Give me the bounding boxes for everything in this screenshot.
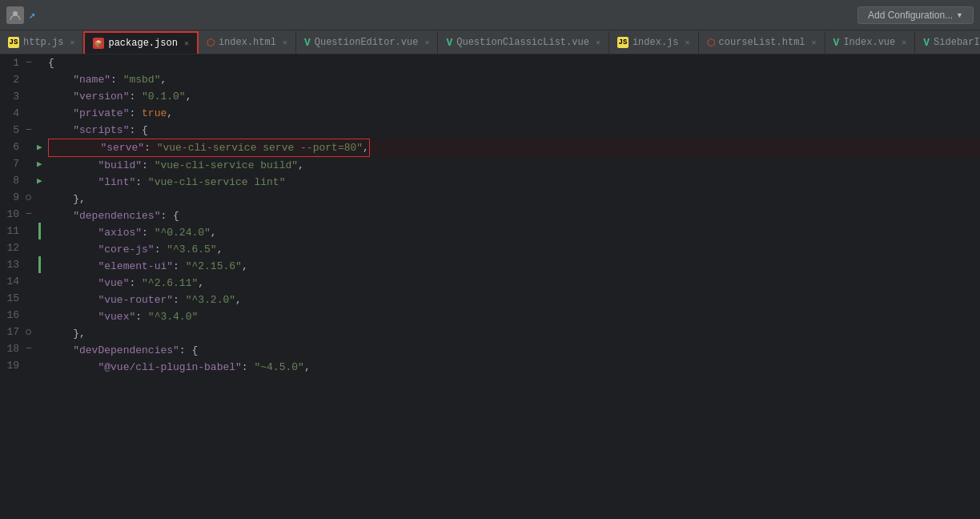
add-config-dropdown-icon: ▼ — [956, 11, 963, 19]
tab-close-index-js[interactable]: ✕ — [685, 38, 690, 47]
tabs-bar: JS http.js ✕ 📦 package.json ✕ ⬡ index.ht… — [0, 30, 980, 54]
profile-icon[interactable] — [6, 6, 24, 24]
tab-close-question-editor[interactable]: ✕ — [424, 38, 429, 47]
code-token: { — [142, 122, 148, 139]
gutter-row: 16 — [0, 307, 45, 324]
line-gutter: 1−2345−6▶7▶8▶910−1112131415161718−19 — [0, 54, 45, 519]
tab-label-index-vue: Index.vue — [843, 37, 895, 48]
js-icon-index: JS — [617, 37, 629, 48]
gutter-row: 4 — [0, 105, 45, 122]
code-token: "^0.24.0" — [155, 224, 211, 241]
code-token: : — [242, 359, 255, 376]
tab-close-question-classic-list[interactable]: ✕ — [596, 38, 600, 47]
code-line: "private": true, — [48, 105, 980, 122]
run-indicator — [34, 71, 45, 88]
code-token: }, — [73, 325, 86, 342]
code-token: "private" — [73, 105, 129, 122]
tab-label-question-editor: QuestionEditor.vue — [315, 37, 419, 48]
code-token: , — [167, 105, 173, 122]
code-token: "msbd" — [123, 71, 161, 88]
code-token: "element-ui" — [98, 258, 173, 275]
code-line: "vue": "^2.6.11", — [48, 275, 980, 292]
gutter-row: 18− — [0, 340, 45, 357]
vcs-arrow-icon[interactable]: ↗ — [29, 8, 35, 22]
code-token: "lint" — [98, 174, 135, 191]
code-token — [48, 258, 98, 275]
tab-label-question-classic-list: QuestionClassicList.vue — [456, 37, 589, 48]
code-token — [48, 342, 73, 359]
code-token: , — [217, 241, 223, 258]
code-token — [48, 275, 98, 292]
fold-indicator: − — [23, 54, 34, 71]
code-token: : — [173, 292, 186, 308]
code-token — [48, 191, 73, 207]
code-area[interactable]: { "name": "msbd", "version": "0.1.0", "p… — [45, 54, 980, 519]
line-number: 18 — [0, 340, 23, 357]
run-indicator — [34, 273, 45, 290]
code-token: "vue-cli-service build" — [155, 157, 298, 174]
code-token — [50, 142, 100, 154]
fold-indicator — [23, 256, 34, 273]
code-token: "axios" — [98, 224, 142, 241]
fold-indicator — [23, 357, 34, 374]
code-token: "^3.6.5" — [167, 241, 216, 258]
code-token: : — [179, 342, 192, 359]
tab-index-js[interactable]: JS index.js ✕ — [609, 31, 699, 54]
fold-indicator — [23, 155, 34, 172]
code-token: "name" — [73, 71, 110, 88]
tab-close-index-html[interactable]: ✕ — [283, 38, 287, 47]
tab-question-classic-list[interactable]: V QuestionClassicList.vue ✕ — [438, 31, 608, 54]
fold-indicator — [23, 189, 34, 206]
code-token — [48, 359, 98, 376]
line-number: 2 — [0, 71, 23, 88]
tab-course-list-html[interactable]: ⬡ courseList.html ✕ — [699, 31, 825, 54]
code-token: , — [198, 275, 204, 292]
code-token: , — [242, 258, 248, 275]
run-indicator — [34, 88, 45, 105]
line-number: 11 — [0, 223, 23, 239]
tab-http-js[interactable]: JS http.js ✕ — [0, 31, 83, 54]
tab-close-http-js[interactable]: ✕ — [70, 38, 74, 47]
tab-close-course-list-html[interactable]: ✕ — [812, 38, 817, 47]
run-indicator — [34, 340, 45, 357]
code-token: { — [48, 54, 54, 71]
tab-index-html[interactable]: ⬡ index.html ✕ — [199, 31, 296, 54]
code-token: { — [191, 342, 198, 359]
line-number: 13 — [0, 256, 23, 273]
fold-indicator — [23, 223, 34, 239]
tab-index-vue[interactable]: V Index.vue ✕ — [825, 31, 916, 54]
code-token: "^3.2.0" — [186, 292, 235, 308]
line-number: 8 — [0, 172, 23, 189]
run-indicator — [34, 122, 45, 139]
line-number: 15 — [0, 290, 23, 307]
tab-question-editor[interactable]: V QuestionEditor.vue ✕ — [296, 31, 438, 54]
code-token — [48, 325, 73, 342]
line-number: 19 — [0, 357, 23, 374]
add-configuration-button[interactable]: Add Configuration... ▼ — [858, 6, 974, 24]
gutter-row: 8▶ — [0, 172, 45, 189]
line-number: 5 — [0, 122, 23, 139]
tab-close-index-vue[interactable]: ✕ — [902, 38, 906, 47]
tab-sidebar-item-vue[interactable]: V SidebarItem.vue ✕ — [915, 31, 980, 54]
code-token — [48, 174, 98, 191]
code-token: "vue-cli-service lint" — [148, 174, 286, 191]
tab-close-package-json[interactable]: ✕ — [184, 38, 189, 48]
code-token: "devDependencies" — [73, 342, 179, 359]
gutter-row: 13 — [0, 256, 45, 273]
pkg-icon: 📦 — [93, 38, 104, 49]
highlighted-code-span: "serve": "vue-cli-service serve --port=8… — [48, 139, 370, 157]
fold-indicator — [23, 139, 34, 155]
tab-label-index-js: index.js — [633, 37, 679, 48]
gutter-row: 17 — [0, 324, 45, 340]
fold-indicator — [23, 290, 34, 307]
topbar-left: ↗ — [6, 6, 35, 24]
code-token — [48, 308, 98, 325]
code-token: "vue-cli-service serve --port=80" — [157, 142, 363, 154]
line-number: 3 — [0, 88, 23, 105]
tab-label-index-html: index.html — [219, 37, 276, 48]
tab-package-json[interactable]: 📦 package.json ✕ — [83, 31, 198, 54]
code-token: "vue" — [98, 275, 129, 292]
code-line: "scripts": { — [48, 122, 980, 139]
code-token: true — [142, 105, 167, 122]
run-indicator — [34, 105, 45, 122]
